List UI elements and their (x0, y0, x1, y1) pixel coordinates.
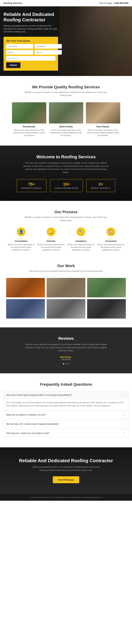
stat-number-consultations: 15+ (55, 182, 78, 186)
service-card-residential: Residential All the Lorem Ipsum generato… (12, 102, 46, 137)
step-name-3: Installation (67, 240, 95, 242)
work-image-1 (6, 278, 45, 297)
last-name-input[interactable] (35, 44, 62, 48)
reviews-title: Reviews (3, 336, 129, 341)
process-subtitle: Whether you need roof repair or a roof r… (22, 216, 110, 222)
work-grid (6, 278, 126, 318)
process-grid: 👤 Step 1 Consultation All the Lorem Ipsu… (3, 228, 129, 251)
service-image-multifamily (49, 102, 83, 124)
faq-plus-icon-2: + (124, 413, 126, 416)
step-desc-3: All the Lorem Ipsum generators on the In… (67, 243, 95, 251)
step-label-4: Step 4 (97, 238, 125, 240)
stat-projects: 2+ Recent Projects (86, 179, 115, 192)
faq-minus-icon: − (124, 394, 126, 397)
stat-number-projects: 2+ (91, 182, 111, 186)
process-title: Our Process (3, 210, 129, 214)
work-image-6 (87, 299, 126, 318)
step-label-3: Step 3 (67, 238, 95, 240)
work-image-4 (6, 299, 45, 318)
faq-question-4[interactable]: How long can I expect my roof system to … (4, 430, 128, 437)
dot-1[interactable] (63, 363, 64, 364)
faq-item-2: What are my options if I decide to re-ro… (3, 411, 129, 419)
service-desc-residential: All the Lorem Ipsum generators on the In… (12, 129, 46, 137)
bottom-footer: Copyright ©domainname.com. All Rights Re… (0, 494, 132, 501)
stat-residents: 75+ Residents Served (17, 179, 47, 192)
process-step-3: 🔧 Step 3 Installation All the Lorem Ipsu… (67, 228, 95, 251)
service-desc-multifamily: All the Lorem Ipsum generators on the In… (49, 129, 83, 137)
name-row (6, 44, 56, 48)
work-image-5 (47, 299, 85, 318)
faq-answer-1: But I must explain to you all this mista… (4, 399, 128, 409)
process-step-4: 🏠 Step 4 Conclusion All the Lorem Ipsum … (97, 228, 125, 251)
person-icon: 👤 (19, 230, 24, 234)
tools-icon: 🔧 (79, 230, 83, 234)
service-image-residential (12, 102, 46, 124)
service-name-repair: Roof Repair (86, 125, 120, 128)
faq-question-2[interactable]: What are my options if I decide to re-ro… (4, 411, 128, 418)
faq-plus-icon-3: + (124, 422, 126, 426)
interested-select[interactable]: Interested In (6, 56, 56, 60)
work-image-3 (87, 278, 126, 297)
faq-question-text-3: My roof looks. Do I need to have it repl… (6, 423, 59, 425)
step-desc-2: All the Lorem Ipsum generators on the In… (37, 243, 65, 251)
hero-section: Reliable And Dedicated Roofing Contracto… (0, 6, 132, 76)
stat-number-residents: 75+ (21, 182, 42, 186)
quote-form: Get Your Free Quote Interested In Submit (3, 37, 58, 71)
submit-button[interactable]: Submit (6, 62, 20, 68)
email-input[interactable] (6, 50, 33, 54)
stats-row: 75+ Residents Served 15+ Consultations G… (3, 179, 129, 192)
hero-title: Reliable And Dedicated Roofing Contracto… (3, 12, 58, 22)
reviews-section: Reviews There are many variations of pas… (0, 328, 132, 373)
process-icon-consultation: 👤 (17, 228, 25, 236)
process-step-1: 👤 Step 1 Consultation All the Lorem Ipsu… (7, 228, 35, 251)
review-dots (3, 363, 129, 364)
services-grid: Residential All the Lorem Ipsum generato… (3, 102, 129, 137)
footer-cta-title: Reliable And Dedicated Roofing Contracto… (3, 458, 129, 464)
first-name-input[interactable] (6, 44, 33, 48)
footer-cta-text: Offering unparalleled service, on the fi… (31, 466, 101, 472)
faq-question-1[interactable]: How can a home owner recognize when a ro… (4, 391, 128, 399)
stat-label-residents: Residents Served (21, 187, 42, 189)
faq-item-4: How long can I expect my roof system to … (3, 429, 129, 437)
phone-input[interactable] (35, 50, 62, 54)
stat-label-consultations: Consultations Given (55, 187, 78, 189)
services-subtitle: Whether you need roof repair or a roof r… (22, 91, 110, 97)
step-name-4: Conclusion (97, 240, 125, 242)
process-icon-conclusion: 🏠 (107, 228, 115, 236)
faq-question-text-2: What are my options if I decide to re-ro… (6, 414, 46, 416)
hero-subtitle: Offering unparalleled service, on-time, … (3, 24, 58, 33)
process-section: Our Process Whether you need roof repair… (0, 201, 132, 260)
dot-2[interactable] (65, 363, 67, 364)
services-title: We Provide Quality Roofing Services (3, 85, 129, 90)
step-name-2: Estimate (37, 240, 65, 242)
footer-cta-section: Reliable And Dedicated Roofing Contracto… (0, 447, 132, 494)
banner-title: Welcome to Roofing Services (3, 154, 129, 159)
step-label-1: Step 1 (7, 238, 35, 240)
dot-3[interactable] (68, 363, 69, 364)
step-label-2: Step 2 (37, 238, 65, 240)
banner-content: Welcome to Roofing Services There are ma… (3, 154, 129, 192)
step-desc-4: All the Lorem Ipsum generators on the In… (97, 243, 125, 251)
send-message-button[interactable]: Send Message (53, 476, 79, 483)
header-phone: Call Us Today 1-888-000-0800 (99, 2, 129, 4)
work-title: Our Work (3, 264, 129, 268)
stat-label-projects: Recent Projects (91, 187, 111, 189)
service-image-repair (86, 102, 120, 124)
faq-question-3[interactable]: My roof looks. Do I need to have it repl… (4, 420, 128, 428)
reviewer-role: Homeowner (3, 358, 129, 360)
banner-text: There are many variations of passages of… (22, 162, 110, 174)
process-icon-estimate: 🔔 (47, 228, 56, 236)
services-section: We Provide Quality Roofing Services Whet… (0, 76, 132, 146)
bell-icon: 🔔 (49, 230, 54, 234)
reviewer-name: Michael (3, 356, 129, 358)
service-name-multifamily: Multi-Family (49, 125, 83, 128)
welcome-banner: Welcome to Roofing Services There are ma… (0, 146, 132, 201)
phone-number[interactable]: 1-888-000-0800 (114, 2, 129, 4)
copyright-text: Copyright ©domainname.com. All Rights Re… (29, 496, 103, 498)
work-image-2 (47, 278, 85, 297)
footer-cta-content: Reliable And Dedicated Roofing Contracto… (3, 458, 129, 483)
stat-consultations: 15+ Consultations Given (50, 179, 83, 192)
logo: Roofing Services (3, 2, 22, 4)
house-icon: 🏠 (109, 230, 113, 234)
service-name-residential: Residential (12, 125, 46, 128)
